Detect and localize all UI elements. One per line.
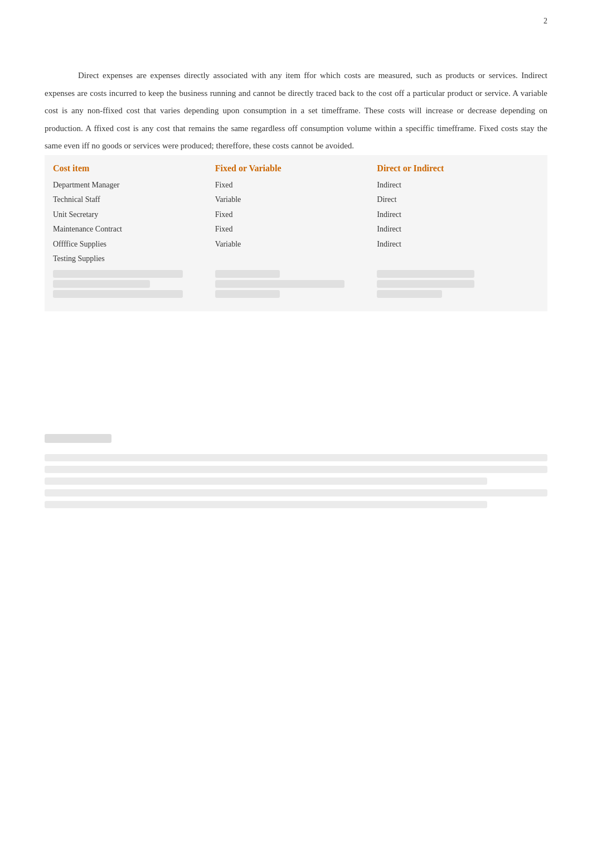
col3-header: Direct or Indirect xyxy=(377,163,539,173)
row-3-item: Unit Secretary xyxy=(53,208,215,223)
col-direct-indirect: Direct or Indirect Indirect Direct Indir… xyxy=(377,163,539,301)
blurred-line-1 xyxy=(45,454,547,461)
blurred-row-5 xyxy=(215,280,345,288)
body-text: Direct expenses are expenses directly as… xyxy=(45,67,547,155)
page-number: 2 xyxy=(544,17,547,26)
col2-header: Fixed or Variable xyxy=(215,163,377,173)
cost-table: Cost item Department Manager Technical S… xyxy=(45,155,547,312)
row-2-type: Variable xyxy=(215,192,377,208)
blurred-line-2 xyxy=(45,466,547,473)
blurred-row-7 xyxy=(377,270,474,278)
page: 2 Direct expenses are expenses directly … xyxy=(0,0,592,868)
row-4-item: Maintenance Contract xyxy=(53,222,215,237)
blurred-items-col3 xyxy=(377,270,539,298)
blurred-line-4 xyxy=(45,489,547,496)
row-3-category: Indirect xyxy=(377,208,539,223)
blurred-row-2 xyxy=(53,280,150,288)
blurred-heading xyxy=(45,434,111,443)
col-fixed-variable: Fixed or Variable Fixed Variable Fixed F… xyxy=(215,163,377,301)
blurred-row-3 xyxy=(53,290,183,298)
table-columns: Cost item Department Manager Technical S… xyxy=(53,163,539,301)
row-5-type: Variable xyxy=(215,237,377,252)
row-5-item: Offffice Supplies xyxy=(53,237,215,252)
blurred-items-col1 xyxy=(53,270,215,298)
row-3-type: Fixed xyxy=(215,208,377,223)
row-4-type: Fixed xyxy=(215,222,377,237)
col1-header: Cost item xyxy=(53,163,215,173)
row-1-category: Indirect xyxy=(377,178,539,193)
blurred-line-3 xyxy=(45,478,487,485)
blurred-items-col2 xyxy=(215,270,377,298)
blurred-row-4 xyxy=(215,270,280,278)
blurred-line-5 xyxy=(45,501,487,508)
lower-section xyxy=(45,434,547,508)
row-5-category: Indirect xyxy=(377,237,539,252)
row-2-item: Technical Staff xyxy=(53,192,215,208)
col-cost-item: Cost item Department Manager Technical S… xyxy=(53,163,215,301)
blurred-row-9 xyxy=(377,290,441,298)
blurred-row-8 xyxy=(377,280,474,288)
blurred-row-1 xyxy=(53,270,183,278)
blurred-row-6 xyxy=(215,290,280,298)
row-2-category: Direct xyxy=(377,192,539,208)
row-6-type xyxy=(215,252,377,267)
row-6-category xyxy=(377,252,539,267)
row-1-item: Department Manager xyxy=(53,178,215,193)
row-1-type: Fixed xyxy=(215,178,377,193)
row-4-category: Indirect xyxy=(377,222,539,237)
row-6-item: Testing Supplies xyxy=(53,252,215,267)
